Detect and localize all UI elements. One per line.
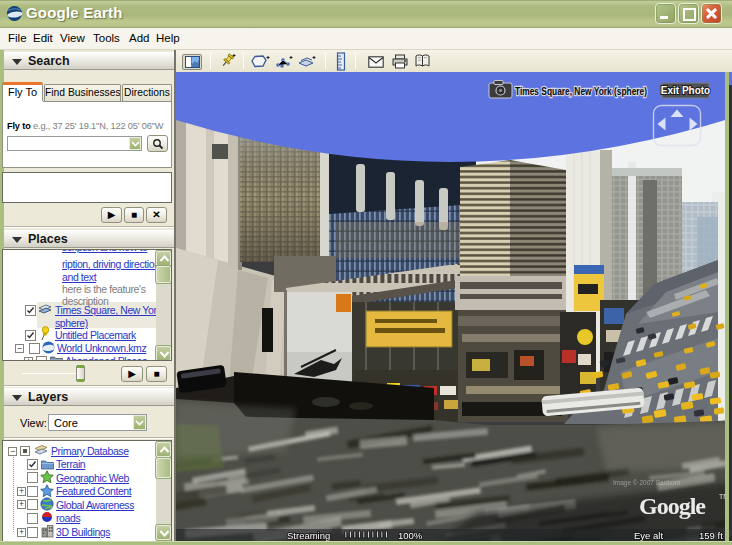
svg-text:Streaming: Streaming	[287, 530, 330, 541]
svg-text:159 ft: 159 ft	[699, 530, 723, 541]
svg-text:Exit Photo: Exit Photo	[661, 85, 710, 96]
svg-text:100%: 100%	[398, 530, 423, 541]
svg-text:Eye alt: Eye alt	[634, 530, 663, 541]
svg-text:Google: Google	[639, 493, 706, 519]
svg-text:Image © 2007 Sanborn: Image © 2007 Sanborn	[613, 479, 681, 487]
svg-text:Times Square, New York (sphere: Times Square, New York (sphere)	[515, 85, 647, 97]
